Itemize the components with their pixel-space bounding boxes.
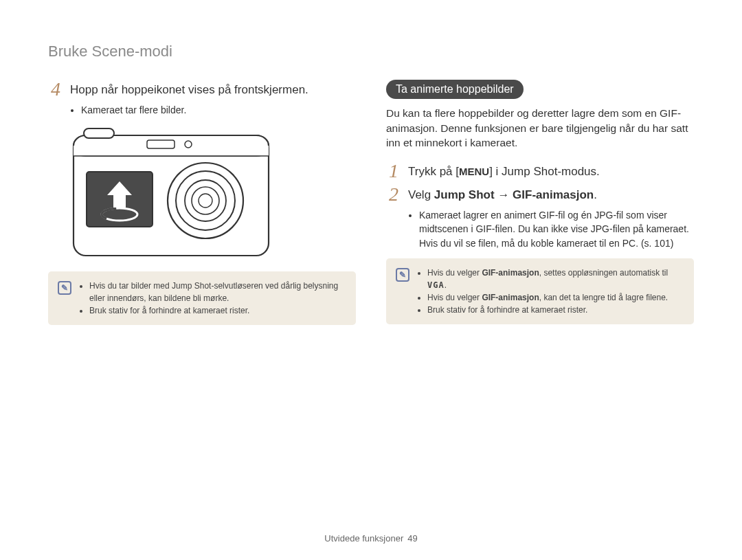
step-number: 2 [386, 185, 401, 204]
bold-text: GIF-animasjon [482, 293, 539, 302]
step-1: 1 Trykk på [MENU] i Jump Shot-modus. [386, 161, 694, 181]
note-icon: ✎ [58, 281, 71, 295]
camera-illustration [71, 125, 356, 259]
intro-paragraph: Du kan ta flere hoppebilder og deretter … [386, 106, 694, 150]
step-number: 1 [386, 161, 401, 181]
note-item: Hvis du velger GIF-animasjon, settes opp… [427, 267, 684, 291]
note-item: Hvis du tar bilder med Jump Shot-selvutl… [89, 280, 346, 304]
note-item: Bruk stativ for å forhindre at kameraet … [427, 304, 684, 316]
bullet-item: Kameraet lagrer en animert GIF-fil og én… [419, 208, 694, 250]
svg-rect-5 [147, 140, 175, 148]
text-fragment: Velg [408, 188, 434, 201]
svg-rect-4 [84, 128, 114, 138]
text-fragment: . [594, 188, 597, 201]
bold-text: GIF-animasjon [482, 268, 539, 278]
step-text: Velg Jump Shot → GIF-animasjon. [408, 185, 597, 203]
step-text: Trykk på [MENU] i Jump Shot-modus. [408, 161, 600, 179]
note-item: Bruk stativ for å forhindre at kameraet … [89, 304, 346, 317]
note-list: Hvis du tar bilder med Jump Shot-selvutl… [89, 280, 346, 317]
svg-point-6 [185, 141, 192, 148]
right-column: Ta animerte hoppebilder Du kan ta flere … [386, 80, 694, 325]
text-fragment: . [445, 280, 447, 290]
step-4: 4 Hopp når hoppeikonet vises på frontskj… [48, 80, 356, 99]
note-list: Hvis du velger GIF-animasjon, settes opp… [427, 267, 684, 316]
menu-label: MENU [459, 166, 489, 177]
text-fragment: Hvis du velger [427, 293, 482, 302]
text-fragment: , settes oppløsningen automatisk til [539, 268, 668, 278]
text-fragment: ] i Jump Shot-modus. [489, 165, 600, 178]
footer-label: Utvidede funksjoner [324, 533, 403, 544]
step-2-bullets: Kameraet lagrer en animert GIF-fil og én… [409, 208, 694, 250]
note-box-left: ✎ Hvis du tar bilder med Jump Shot-selvu… [48, 271, 356, 325]
page-number: 49 [407, 533, 417, 544]
vga-label: VGA [427, 280, 445, 290]
bold-text: GIF-animasjon [513, 188, 594, 201]
note-item: Hvis du velger GIF-animasjon, kan det ta… [427, 291, 684, 304]
section-header: Bruke Scene-modi [48, 43, 694, 60]
text-fragment: , kan det ta lengre tid å lagre filene. [539, 293, 668, 302]
bullet-item: Kameraet tar flere bilder. [81, 103, 356, 117]
page-footer: Utvidede funksjoner49 [0, 533, 742, 544]
note-icon: ✎ [396, 268, 409, 282]
text-fragment: Hvis du velger [427, 268, 482, 278]
note-box-right: ✎ Hvis du velger GIF-animasjon, settes o… [386, 258, 694, 324]
step-number: 4 [48, 80, 63, 99]
subsection-pill: Ta animerte hoppebilder [386, 80, 524, 99]
text-fragment: → [495, 188, 513, 201]
step-text: Hopp når hoppeikonet vises på frontskjer… [70, 80, 308, 98]
left-column: 4 Hopp når hoppeikonet vises på frontskj… [48, 80, 356, 325]
svg-point-11 [199, 194, 212, 208]
bold-text: Jump Shot [434, 188, 495, 201]
text-fragment: Trykk på [ [408, 165, 459, 178]
step-2: 2 Velg Jump Shot → GIF-animasjon. [386, 185, 694, 204]
step-4-bullets: Kameraet tar flere bilder. [71, 103, 356, 117]
